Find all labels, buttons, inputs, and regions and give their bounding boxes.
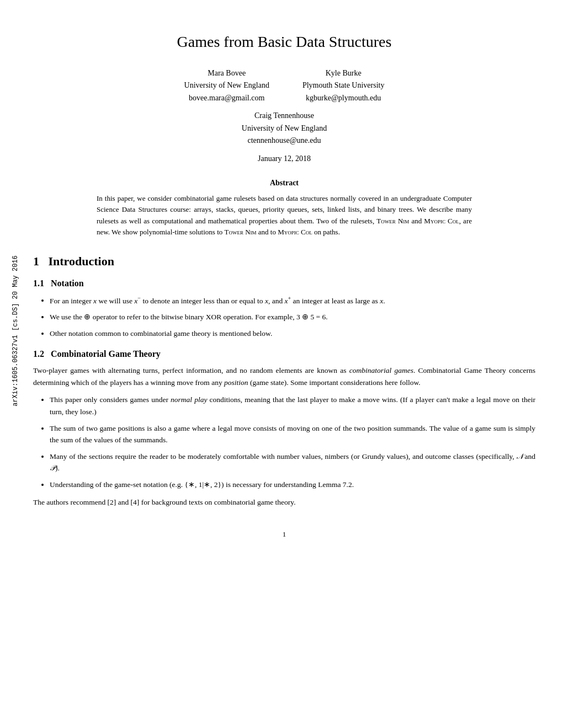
subsection-1-2: 1.2 Combinatorial Game Theory Two-player… [33, 349, 535, 508]
cgt-item-1: This paper only considers games under no… [50, 394, 535, 417]
author-2-email: kgburke@plymouth.edu [302, 92, 385, 104]
author-1: Mara Bovee University of New England bov… [184, 67, 269, 104]
notation-item-2: We use the ⊕ operator to refer to the bi… [50, 311, 535, 323]
author-1-affiliation: University of New England [184, 79, 269, 92]
abstract-section: Abstract In this paper, we consider comb… [97, 179, 472, 238]
author-3: Craig Tennenhouse University of New Engl… [33, 110, 535, 147]
subsection-1-1-heading: 1.1 Notation [33, 279, 535, 288]
subsection-1-2-heading: 1.2 Combinatorial Game Theory [33, 349, 535, 359]
author-1-email: bovee.mara@gmail.com [184, 92, 269, 104]
main-content: Games from Basic Data Structures Mara Bo… [33, 0, 535, 572]
paper-date: January 12, 2018 [33, 154, 535, 163]
cgt-item-3: Many of the sections require the reader … [50, 451, 535, 474]
authors-row-1: Mara Bovee University of New England bov… [33, 67, 535, 104]
author-2: Kyle Burke Plymouth State University kgb… [302, 67, 385, 104]
abstract-title: Abstract [97, 179, 472, 188]
author-1-name: Mara Bovee [184, 67, 269, 79]
authors-block: Mara Bovee University of New England bov… [33, 67, 535, 147]
section-1: 1 Introduction 1.1 Notation For an integ… [33, 254, 535, 508]
notation-list: For an integer x we will use x− to denot… [50, 294, 535, 339]
page-container: arXiv:1605.06327v1 [cs.DS] 20 May 2016 G… [0, 0, 563, 728]
author-3-email: ctennenhouse@une.edu [33, 135, 535, 147]
cgt-item-2: The sum of two game positions is also a … [50, 422, 535, 446]
abstract-text: In this paper, we consider combinatorial… [97, 193, 472, 238]
section-1-heading: 1 Introduction [33, 254, 535, 269]
cgt-item-4: Understanding of the game-set notation (… [50, 479, 535, 491]
cgt-outro-text: The authors recommend [2] and [4] for ba… [33, 496, 535, 508]
subsection-1-1: 1.1 Notation For an integer x we will us… [33, 279, 535, 339]
author-3-name: Craig Tennenhouse [33, 110, 535, 122]
author-3-affiliation: University of New England [33, 122, 535, 135]
author-2-name: Kyle Burke [302, 67, 385, 79]
notation-item-3: Other notation common to combinatorial g… [50, 328, 535, 340]
cgt-bullet-list: This paper only considers games under no… [50, 394, 535, 490]
paper-title: Games from Basic Data Structures [33, 33, 535, 51]
cgt-intro-text: Two-player games with alternating turns,… [33, 365, 535, 388]
page-number: 1 [33, 530, 535, 539]
author-2-affiliation: Plymouth State University [302, 79, 385, 92]
notation-item-1: For an integer x we will use x− to denot… [50, 294, 535, 307]
arxiv-sidebar-label: arXiv:1605.06327v1 [cs.DS] 20 May 2016 [12, 255, 19, 406]
